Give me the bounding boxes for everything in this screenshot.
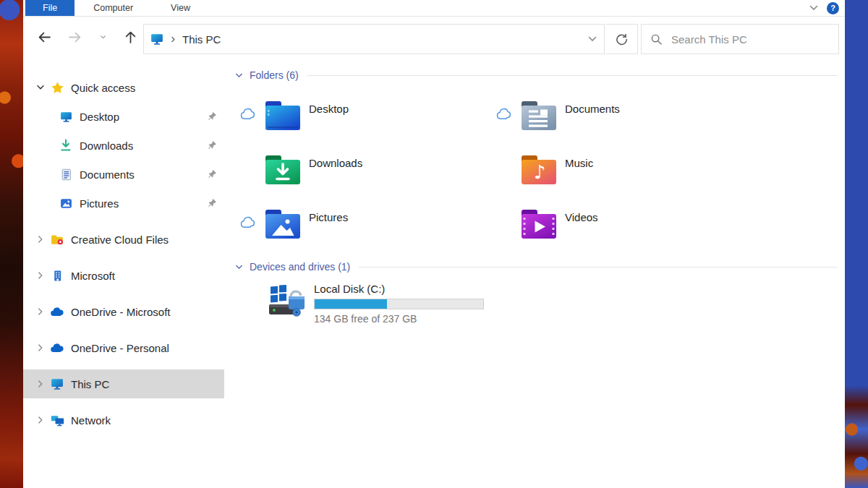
sidebar-item-creative-cloud-files[interactable]: Creative Cloud Files [23, 225, 224, 254]
content-pane: Folders (6) Desktop Documents Downloads … [224, 56, 845, 488]
navigation-toolbar: This PC [23, 17, 845, 56]
sidebar-item-pictures[interactable]: Pictures [23, 189, 224, 218]
sidebar-item-this-pc[interactable]: This PC [23, 369, 224, 398]
sidebar-item-downloads[interactable]: Downloads [23, 131, 224, 160]
this-pc-icon [49, 377, 65, 390]
back-button[interactable] [35, 27, 54, 46]
onedrive-cloud-icon [49, 341, 65, 354]
devices-section-title: Devices and drives (1) [250, 261, 350, 273]
ribbon-collapse-chevron-icon[interactable] [808, 2, 820, 14]
sidebar-item-label: Quick access [71, 82, 135, 94]
building-icon [49, 269, 65, 282]
help-icon[interactable]: ? [827, 2, 839, 14]
address-bar[interactable]: This PC [143, 24, 605, 54]
chevron-right-icon[interactable] [32, 270, 49, 281]
desktop-wallpaper-right [845, 0, 868, 488]
breadcrumb-location[interactable]: This PC [182, 33, 221, 46]
folder-tile-music[interactable]: ♪Music [486, 142, 742, 197]
sidebar-item-label: Microsoft [71, 270, 115, 282]
folder-tile-grid: Desktop Documents Downloads ♪Music Pictu… [224, 88, 845, 251]
menu-tab-file[interactable]: File [25, 0, 75, 16]
cloud-status-icon [230, 98, 265, 121]
sidebar-item-label: Network [71, 414, 111, 427]
chevron-down-icon[interactable] [32, 82, 49, 93]
pin-icon [208, 141, 217, 150]
cloud-status-icon [230, 206, 265, 229]
ribbon-menu-bar: FileComputerView ? [23, 0, 845, 17]
section-rule [307, 75, 838, 76]
folder-tile-label: Pictures [309, 211, 348, 223]
address-dropdown-chevron-icon[interactable] [587, 33, 598, 45]
pin-icon [208, 199, 217, 208]
search-input[interactable] [671, 33, 830, 46]
refresh-icon [616, 33, 628, 46]
refresh-button[interactable] [606, 24, 638, 54]
svg-text:♪: ♪ [534, 161, 546, 183]
desktop-icon [58, 110, 74, 123]
sidebar-item-onedrive-personal[interactable]: OneDrive - Personal [23, 333, 224, 362]
chevron-right-icon[interactable] [32, 343, 49, 353]
cloud-status-empty [486, 152, 521, 162]
section-rule [359, 267, 838, 267]
sidebar-item-label: Desktop [80, 111, 119, 123]
drive-name: Local Disk (C:) [314, 283, 484, 295]
folder-tile-documents[interactable]: Documents [486, 88, 742, 142]
sidebar-item-documents[interactable]: Documents [23, 160, 224, 189]
sidebar-item-label: Pictures [80, 197, 119, 210]
picture-icon [58, 197, 74, 210]
section-collapse-chevron-icon[interactable] [234, 262, 244, 272]
folder-music-icon: ♪ [521, 152, 557, 188]
drive-tile-local-disk[interactable]: Local Disk (C:) 134 GB free of 237 GB [224, 283, 845, 325]
sidebar-item-label: Downloads [80, 140, 133, 152]
creative-cloud-folder-icon [49, 233, 65, 246]
onedrive-cloud-icon [49, 305, 65, 318]
sidebar-item-network[interactable]: Network [23, 406, 224, 435]
folder-tile-pictures[interactable]: Pictures [230, 197, 486, 251]
drive-usage-fill [315, 299, 387, 309]
desktop-wallpaper-left [0, 0, 23, 488]
folder-documents-icon [521, 98, 557, 134]
network-icon [49, 414, 65, 427]
file-explorer-window: FileComputerView ? This PC [23, 0, 845, 488]
star-icon [49, 81, 65, 94]
chevron-right-icon[interactable] [32, 415, 49, 425]
drive-usage-bar [314, 299, 484, 309]
breadcrumb-chevron-icon[interactable] [169, 35, 177, 43]
folder-tile-videos[interactable]: Videos [486, 197, 742, 251]
sidebar-item-label: Documents [80, 168, 135, 181]
folder-tile-downloads[interactable]: Downloads [230, 142, 486, 197]
folder-tile-label: Desktop [309, 103, 349, 115]
section-collapse-chevron-icon[interactable] [234, 71, 244, 80]
recent-locations-chevron-icon[interactable] [93, 27, 112, 46]
chevron-right-icon[interactable] [32, 379, 49, 389]
up-button[interactable] [121, 27, 140, 46]
sidebar-item-label: This PC [71, 378, 109, 390]
cloud-status-icon [486, 98, 521, 121]
download-arrow-icon [58, 139, 74, 152]
folder-downloads-icon [265, 152, 301, 188]
forward-button[interactable] [65, 27, 84, 46]
chevron-right-icon[interactable] [32, 307, 49, 317]
sidebar-item-desktop[interactable]: Desktop [23, 102, 224, 131]
document-icon [58, 168, 74, 181]
folder-tile-label: Documents [565, 103, 620, 115]
sidebar-item-label: OneDrive - Personal [71, 342, 169, 354]
folder-tile-desktop[interactable]: Desktop [230, 88, 486, 142]
folder-tile-label: Downloads [309, 157, 362, 169]
sidebar-item-microsoft[interactable]: Microsoft [23, 261, 224, 290]
sidebar-item-label: OneDrive - Microsoft [71, 306, 171, 318]
cloud-status-empty [230, 152, 265, 162]
folders-section-header[interactable]: Folders (6) [224, 68, 845, 82]
folder-pictures-icon [265, 206, 301, 242]
menu-tab-computer[interactable]: Computer [75, 0, 152, 16]
search-box[interactable] [641, 24, 839, 54]
chevron-right-icon[interactable] [32, 234, 49, 244]
local-disk-icon [265, 283, 310, 323]
sidebar-item-quick-access[interactable]: Quick access [23, 73, 224, 102]
sidebar-item-onedrive-microsoft[interactable]: OneDrive - Microsoft [23, 297, 224, 326]
sidebar-item-label: Creative Cloud Files [71, 234, 169, 246]
menu-tab-view[interactable]: View [152, 0, 209, 16]
cloud-status-empty [486, 206, 521, 216]
devices-section-header[interactable]: Devices and drives (1) [224, 260, 845, 274]
folder-tile-label: Music [565, 157, 593, 169]
